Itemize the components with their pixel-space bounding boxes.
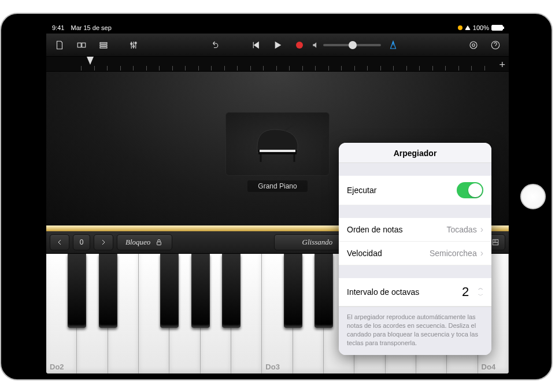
stepper-up-icon[interactable]: ︿ xyxy=(478,286,483,291)
run-row: Ejecutar xyxy=(339,176,491,205)
track-controls-button[interactable] xyxy=(124,37,143,53)
key-label-c2: Do2 xyxy=(50,363,64,371)
octave-value: 0 xyxy=(73,234,90,250)
play-button[interactable] xyxy=(268,37,287,53)
app-screen: 9:41 Mar 15 de sep 100% xyxy=(46,22,509,373)
svg-rect-12 xyxy=(260,150,295,152)
grand-piano-icon xyxy=(251,124,304,164)
status-bar: 9:41 Mar 15 de sep 100% xyxy=(46,22,509,34)
svg-rect-3 xyxy=(100,45,107,46)
browser-button[interactable] xyxy=(72,37,91,53)
white-key[interactable] xyxy=(139,254,169,373)
mode-label: Glissando xyxy=(302,238,333,247)
lock-label: Bloqueo xyxy=(125,238,150,247)
run-label: Ejecutar xyxy=(347,186,376,195)
popover-footer-text: El arpegiador reproduce automáticamente … xyxy=(339,307,491,355)
octave-range-label: Intervalo de octavas xyxy=(347,287,419,297)
speed-value: Semicorchea xyxy=(430,249,477,258)
wifi-icon xyxy=(465,25,471,30)
instrument-name: Grand Piano xyxy=(247,180,307,192)
svg-rect-1 xyxy=(82,43,86,47)
white-key[interactable]: Do3 xyxy=(262,254,293,373)
octave-down-button[interactable] xyxy=(50,234,69,250)
volume-slider[interactable] xyxy=(312,41,381,49)
ruler-ticks xyxy=(81,66,497,71)
key-label-c3: Do3 xyxy=(265,363,280,371)
white-key[interactable]: Do2 xyxy=(46,254,77,373)
svg-line-15 xyxy=(285,125,293,131)
add-section-button[interactable]: + xyxy=(499,59,505,71)
octave-range-value: 2 xyxy=(458,284,472,299)
key-label-c4: Do4 xyxy=(482,363,496,371)
volume-icon xyxy=(312,41,320,49)
white-key[interactable] xyxy=(293,254,324,373)
battery-icon xyxy=(491,25,503,31)
octave-range-stepper[interactable]: ︿ ﹀ xyxy=(478,286,483,298)
octave-up-button[interactable] xyxy=(94,234,113,250)
metronome-button[interactable] xyxy=(383,37,403,53)
instrument-selector[interactable]: Grand Piano xyxy=(220,112,335,191)
arpeggiator-popover: Arpegiador Ejecutar Orden de notas Tocad… xyxy=(339,143,491,355)
svg-rect-16 xyxy=(157,242,161,245)
stepper-down-icon[interactable]: ﹀ xyxy=(478,293,483,298)
my-songs-button[interactable] xyxy=(50,37,69,53)
white-key[interactable] xyxy=(231,254,262,373)
volume-track[interactable] xyxy=(323,44,381,46)
chevron-right-icon: › xyxy=(480,248,483,258)
lock-button[interactable]: Bloqueo xyxy=(117,234,172,250)
white-key[interactable] xyxy=(77,254,108,373)
record-icon xyxy=(296,42,303,49)
speed-label: Velocidad xyxy=(347,249,382,258)
location-indicator-icon xyxy=(458,25,462,30)
note-order-row[interactable]: Orden de notas Tocadas › xyxy=(339,218,491,242)
timeline-ruler[interactable]: + xyxy=(46,57,509,72)
instrument-thumbnail xyxy=(225,112,330,176)
note-order-label: Orden de notas xyxy=(347,225,403,234)
popover-title: Arpegiador xyxy=(339,143,491,163)
white-key[interactable] xyxy=(108,254,139,373)
volume-knob[interactable] xyxy=(349,41,357,49)
run-toggle[interactable] xyxy=(457,182,483,198)
record-button[interactable] xyxy=(290,37,309,53)
battery-pct: 100% xyxy=(473,24,489,31)
ipad-frame: 9:41 Mar 15 de sep 100% xyxy=(0,13,553,380)
lock-icon xyxy=(154,238,164,247)
go-to-start-button[interactable] xyxy=(246,37,265,53)
svg-rect-0 xyxy=(77,43,81,47)
svg-point-8 xyxy=(470,42,477,49)
speed-row[interactable]: Velocidad Semicorchea › xyxy=(339,242,491,265)
help-button[interactable] xyxy=(486,37,505,53)
note-order-value: Tocadas xyxy=(447,225,477,234)
playhead-icon[interactable] xyxy=(87,57,94,65)
keyboard-icon xyxy=(491,238,500,247)
app-toolbar xyxy=(46,34,509,57)
status-time: 9:41 xyxy=(52,24,64,31)
octave-range-row: Intervalo de octavas 2 ︿ ﹀ xyxy=(339,278,491,306)
svg-rect-2 xyxy=(100,42,107,43)
svg-rect-21 xyxy=(493,239,498,245)
home-button[interactable] xyxy=(520,184,546,209)
svg-rect-4 xyxy=(100,47,107,48)
settings-button[interactable] xyxy=(464,37,483,53)
white-key[interactable] xyxy=(169,254,200,373)
white-key[interactable] xyxy=(201,254,231,373)
tracks-view-button[interactable] xyxy=(94,37,113,53)
status-date: Mar 15 de sep xyxy=(71,24,111,31)
chevron-right-icon: › xyxy=(480,224,483,235)
undo-button[interactable] xyxy=(204,37,224,53)
svg-point-9 xyxy=(472,43,475,46)
